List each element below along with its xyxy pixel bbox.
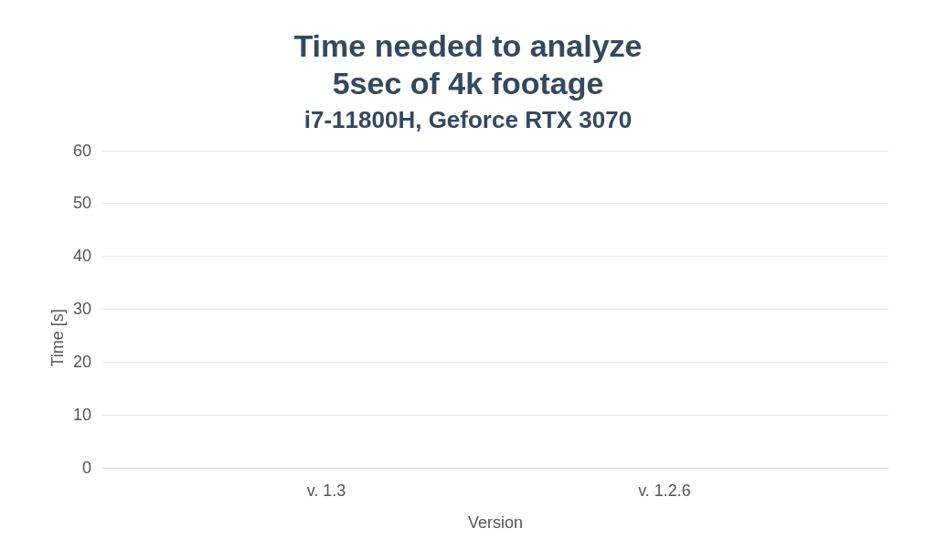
grid-line	[102, 256, 888, 257]
chart-title-line1: Time needed to analyze	[293, 27, 642, 65]
grid-line	[102, 203, 888, 204]
y-tick-label: 40	[73, 247, 102, 266]
x-tick-row: v. 1.3v. 1.2.6	[102, 481, 888, 501]
grid-line	[102, 151, 888, 152]
chart-title-block: Time needed to analyze 5sec of 4k footag…	[293, 27, 642, 134]
x-tick-label: v. 1.3	[226, 481, 427, 501]
y-tick-label: 50	[73, 194, 102, 213]
x-axis-label: Version	[102, 513, 888, 533]
x-tick-label: v. 1.2.6	[564, 481, 765, 501]
y-tick-label: 60	[73, 141, 102, 160]
y-axis-label: Time [s]	[48, 309, 68, 366]
chart-region: Time [s] 0102030405060 v. 1.3v. 1.2.6 Ve…	[48, 151, 888, 533]
y-tick-label: 30	[73, 300, 102, 319]
y-tick-label: 10	[73, 406, 102, 425]
chart-subtitle: i7-11800H, Geforce RTX 3070	[293, 106, 642, 134]
grid-line	[102, 415, 888, 416]
y-tick-label: 0	[82, 459, 102, 478]
chart-title-line2: 5sec of 4k footage	[293, 65, 642, 102]
grid-line	[102, 309, 888, 310]
grid-line	[102, 362, 888, 363]
plot-area: 0102030405060	[102, 151, 888, 469]
y-tick-label: 20	[73, 353, 102, 372]
plot-wrap: 0102030405060 v. 1.3v. 1.2.6 Version	[102, 151, 888, 533]
